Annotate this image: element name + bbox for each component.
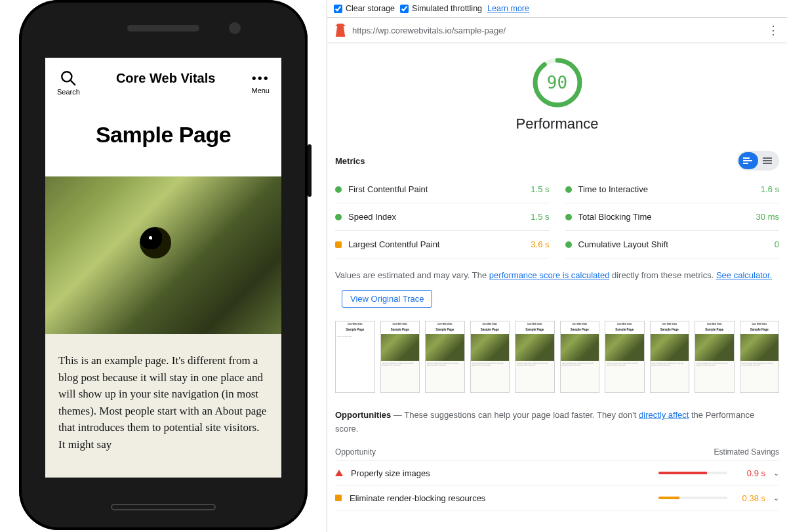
status-dot: [335, 186, 342, 193]
opportunities-header: Opportunities — These suggestions can he…: [335, 409, 779, 435]
gauge-score: 90: [531, 56, 584, 109]
opportunity-name: Properly size images: [351, 468, 651, 478]
filmstrip-frame[interactable]: Core Web VitalsSample PageThis is an exa…: [650, 321, 690, 394]
status-dot: [335, 241, 342, 248]
status-dot: [565, 241, 572, 248]
site-title: Core Web Vitals: [80, 70, 252, 86]
metric-row[interactable]: Cumulative Layout Shift0: [565, 231, 780, 258]
lighthouse-panel: Clear storage Simulated throttling Learn…: [327, 0, 787, 532]
filmstrip-frame[interactable]: Core Web VitalsSample PageThis is an exa…: [695, 321, 735, 394]
metric-row[interactable]: Total Blocking Time30 ms: [565, 203, 780, 231]
metric-value: 1.6 s: [761, 184, 779, 194]
report-menu-button[interactable]: ⋮: [767, 23, 779, 37]
learn-more-link[interactable]: Learn more: [487, 4, 529, 13]
phone-frame: Search Core Web Vitals ••• Menu Sample P…: [19, 0, 308, 530]
filmstrip-frame[interactable]: Core Web VitalsSample PageThis is an exa…: [425, 321, 465, 394]
toggle-expanded[interactable]: [758, 152, 778, 169]
metric-value: 1.5 s: [531, 212, 549, 222]
simulated-throttling-option[interactable]: Simulated throttling: [400, 4, 482, 13]
toggle-compact[interactable]: [738, 152, 758, 169]
metrics-grid: First Contentful Paint1.5 sTime to Inter…: [335, 176, 779, 258]
hero-image: [45, 176, 281, 334]
opportunity-row[interactable]: Eliminate render-blocking resources0.38 …: [335, 486, 779, 511]
metric-name: Time to Interactive: [578, 184, 754, 194]
severity-icon: [335, 495, 342, 501]
metric-name: First Contentful Paint: [348, 184, 524, 194]
phone-side-button: [308, 144, 312, 197]
filmstrip: Core Web VitalsSample PageThis is an exa…: [335, 321, 779, 394]
chevron-down-icon[interactable]: ⌄: [773, 469, 779, 478]
compact-icon: [743, 157, 754, 164]
opps-sep: —: [391, 410, 404, 420]
menu-button[interactable]: ••• Menu: [251, 70, 270, 94]
metric-value: 0: [775, 239, 779, 249]
perf-score-link[interactable]: performance score is calculated: [489, 270, 610, 280]
metric-row[interactable]: Largest Contentful Paint3.6 s: [335, 231, 550, 258]
col-savings: Estimated Savings: [714, 447, 779, 457]
opps-lead: These suggestions can help your page loa…: [404, 410, 639, 420]
audited-url: https://wp.corewebvitals.io/sample-page/: [352, 26, 506, 35]
metrics-view-toggle[interactable]: [737, 151, 779, 171]
col-opportunity: Opportunity: [335, 447, 376, 457]
filmstrip-frame[interactable]: Core Web VitalsSample PageThis is an exa…: [560, 321, 600, 394]
metric-name: Total Blocking Time: [578, 212, 750, 222]
lighthouse-icon: [335, 24, 346, 37]
opportunity-row[interactable]: Properly size images0.9 s⌄: [335, 461, 779, 486]
page-body: This is an example page. It's different …: [45, 334, 281, 471]
clear-storage-option[interactable]: Clear storage: [334, 4, 395, 13]
status-dot: [565, 186, 572, 193]
filmstrip-frame[interactable]: Core Web VitalsSample PageThis is an exa…: [515, 321, 555, 394]
filmstrip-frame[interactable]: Core Web VitalsSample PageThis is an exa…: [380, 321, 420, 394]
phone-screen: Search Core Web Vitals ••• Menu Sample P…: [45, 58, 281, 478]
opportunity-name: Eliminate render-blocking resources: [350, 493, 651, 503]
savings-value: 0.9 s: [735, 468, 765, 478]
savings-bar: [658, 497, 727, 499]
see-calculator-link[interactable]: See calculator.: [716, 270, 772, 280]
svg-point-0: [62, 72, 72, 81]
metric-row[interactable]: Speed Index1.5 s: [335, 203, 550, 231]
metric-row[interactable]: Time to Interactive1.6 s: [565, 176, 780, 203]
filmstrip-frame[interactable]: Core Web VitalsSample PageThis is an exa…: [605, 321, 645, 394]
chevron-down-icon[interactable]: ⌄: [773, 494, 779, 502]
expanded-icon: [763, 157, 773, 164]
search-icon: [60, 70, 77, 87]
opportunities-heading: Opportunities: [335, 410, 391, 420]
metric-value: 30 ms: [756, 212, 779, 222]
metric-name: Speed Index: [348, 212, 524, 222]
metric-value: 3.6 s: [531, 239, 549, 249]
dots-icon: •••: [252, 70, 270, 87]
metric-value: 1.5 s: [531, 184, 549, 194]
clear-storage-checkbox[interactable]: [334, 5, 342, 13]
metric-row[interactable]: First Contentful Paint1.5 s: [335, 176, 550, 203]
filmstrip-frame[interactable]: Core Web VitalsSample PageThis is an exa…: [470, 321, 510, 394]
url-bar: https://wp.corewebvitals.io/sample-page/…: [327, 18, 787, 43]
report-body: 90 Performance Metrics First Contentful: [327, 43, 787, 532]
device-preview: Search Core Web Vitals ••• Menu Sample P…: [0, 0, 327, 532]
status-dot: [565, 214, 572, 220]
status-dot: [335, 214, 342, 220]
disclaimer-mid: directly from these metrics.: [609, 270, 716, 280]
view-original-trace-button[interactable]: View Original Trace: [342, 290, 432, 308]
opportunities-list: Properly size images0.9 s⌄Eliminate rend…: [335, 461, 779, 511]
filmstrip-frame[interactable]: Core Web VitalsSample PageThis is an exa…: [335, 321, 375, 394]
search-label: Search: [57, 88, 80, 96]
search-button[interactable]: Search: [57, 70, 80, 96]
metrics-header: Metrics: [335, 151, 779, 171]
filmstrip-frame[interactable]: Core Web VitalsSample PageThis is an exa…: [740, 321, 780, 394]
directly-affect-link[interactable]: directly affect: [639, 410, 689, 420]
simulated-throttling-checkbox[interactable]: [400, 5, 409, 13]
performance-gauge[interactable]: 90 Performance: [335, 56, 779, 133]
metric-name: Cumulative Layout Shift: [578, 239, 768, 249]
savings-bar: [658, 472, 727, 474]
metrics-heading: Metrics: [335, 156, 365, 166]
simulated-throttling-label: Simulated throttling: [412, 4, 482, 13]
svg-line-1: [71, 80, 76, 85]
metric-name: Largest Contentful Paint: [348, 239, 524, 249]
phone-camera: [229, 22, 241, 34]
disclaimer-pre: Values are estimated and may vary. The: [335, 270, 489, 280]
audit-toolbar: Clear storage Simulated throttling Learn…: [327, 0, 787, 18]
phone-speaker: [127, 25, 199, 31]
gauge-label: Performance: [516, 115, 599, 133]
site-header: Search Core Web Vitals ••• Menu: [45, 58, 281, 101]
savings-value: 0.38 s: [735, 493, 765, 503]
